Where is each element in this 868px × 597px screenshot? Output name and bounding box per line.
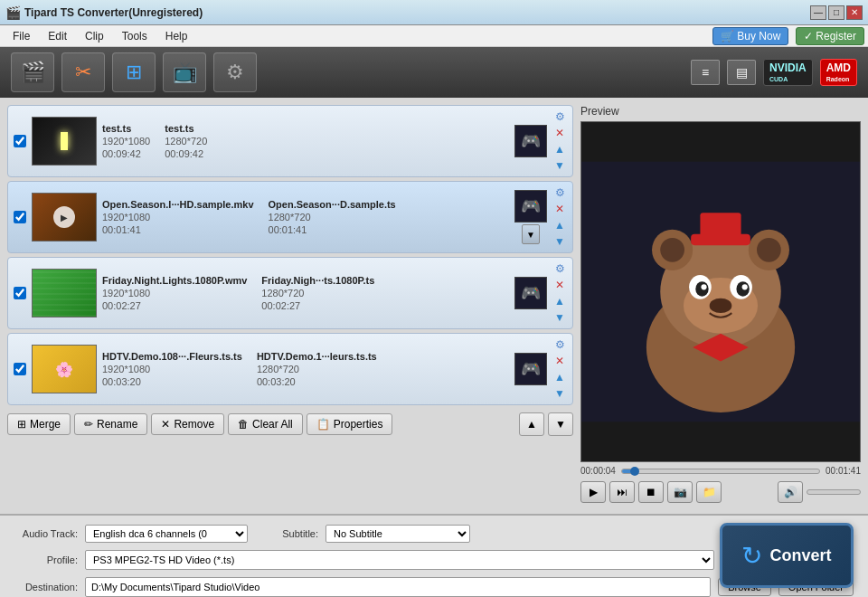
profile-select[interactable]: PS3 MPEG2-TS HD Video (*.ts) (85, 550, 714, 570)
svg-point-14 (710, 298, 732, 313)
merge-files-button[interactable]: ⊞ Merge (7, 413, 71, 435)
audio-track-label: Audio Track: (14, 528, 78, 539)
gear-icon: ⚙ (226, 61, 244, 84)
volume-icon[interactable]: 🔊 (778, 481, 803, 503)
remove-icon: ✕ (161, 418, 170, 431)
file-settings-button[interactable]: ⚙ (552, 185, 567, 200)
output-icon: 📺 (173, 61, 197, 84)
subtitle-select[interactable]: No Subtitle (326, 525, 470, 543)
total-time: 00:01:41 (826, 466, 861, 476)
preview-area: Preview (580, 105, 861, 507)
list-view-button[interactable]: ≡ (691, 60, 720, 85)
audio-track-select[interactable]: English dca 6 channels (0 (85, 525, 248, 543)
file-device: 🎮 (514, 190, 547, 223)
bottom-settings: Audio Track: English dca 6 channels (0 S… (0, 514, 868, 597)
convert-label: Convert (769, 546, 831, 565)
file-out-name: HDTV.Demo.1···leurs.ts.ts (257, 351, 377, 362)
preview-image (581, 122, 860, 461)
file-actions: ⚙ ✕ ▲ ▼ (552, 109, 567, 173)
file-move-up-button[interactable]: ▲ (552, 370, 567, 384)
merge-button[interactable]: ⊞ (112, 52, 156, 92)
volume-slider[interactable] (807, 489, 861, 495)
edit-icon: ✂ (75, 61, 91, 84)
play-button[interactable]: ▶ (580, 481, 606, 503)
order-controls: ▲ ▼ (519, 412, 573, 436)
file-move-down-button[interactable]: ▼ (552, 234, 567, 249)
file-info: Open.Season.I···HD.sample.mkv 1920*1080 … (102, 199, 509, 235)
file-remove-button[interactable]: ✕ (552, 278, 567, 292)
grid-view-button[interactable]: ▤ (727, 60, 756, 85)
folder-button[interactable]: 📁 (696, 481, 722, 503)
file-item: ▶ Open.Season.I···HD.sample.mkv 1920*108… (7, 181, 573, 253)
cuda-badge: NVIDIA CUDA (763, 59, 813, 86)
buy-now-button[interactable]: 🛒 Buy Now (712, 27, 788, 45)
menu-file[interactable]: File (4, 28, 39, 44)
file-out-name: Friday.Nigh···ts.1080P.ts (261, 275, 374, 286)
device-dropdown[interactable]: ▼ (522, 224, 540, 244)
timeline-scrubber[interactable] (621, 469, 820, 474)
file-out-resolution: 1280*720 (165, 136, 207, 147)
convert-button[interactable]: ↻ Convert (720, 523, 854, 588)
title-bar: 🎬 Tipard TS Converter(Unregistered) — □ … (0, 0, 868, 25)
device-select-area: 🎮 ▼ (514, 190, 547, 244)
register-button[interactable]: ✓ Register (796, 27, 864, 45)
file-settings-button[interactable]: ⚙ (552, 261, 567, 276)
timeline-handle[interactable] (630, 467, 639, 476)
preview-screen (580, 121, 861, 462)
menu-help[interactable]: Help (156, 28, 197, 44)
preview-timeline: 00:00:04 00:01:41 (580, 466, 861, 476)
file-out-resolution: 1280*720 (257, 364, 377, 374)
file-remove-button[interactable]: ✕ (552, 354, 567, 368)
close-button[interactable]: ✕ (846, 5, 863, 20)
file-duration: 00:01:41 (102, 224, 254, 235)
file-resolution: 1920*1080 (102, 136, 150, 147)
output-button[interactable]: 📺 (163, 52, 206, 92)
next-frame-button[interactable]: ⏭ (609, 481, 635, 503)
add-video-button[interactable]: 🎬 (11, 52, 54, 92)
maximize-button[interactable]: □ (828, 5, 844, 20)
edit-clip-button[interactable]: ✂ (61, 52, 105, 92)
file-actions: ⚙ ✕ ▲ ▼ (552, 185, 567, 249)
check-icon: ✓ (804, 30, 813, 43)
properties-button[interactable]: 📋 Properties (307, 413, 393, 435)
add-video-icon: 🎬 (21, 61, 45, 84)
file-info: test.ts 1920*1080 00:09:42 test.ts 1280*… (102, 123, 509, 159)
preview-controls: 00:00:04 00:01:41 ▶ ⏭ ⏹ 📷 📁 🔊 (580, 462, 861, 507)
move-down-button[interactable]: ▼ (548, 412, 573, 436)
file-list-buttons: ⊞ Merge ✏ Rename ✕ Remove 🗑 Clear All 📋 … (7, 409, 573, 440)
menu-tools[interactable]: Tools (113, 28, 156, 44)
file-remove-button[interactable]: ✕ (552, 202, 567, 216)
file-device: 🎮 (514, 353, 547, 385)
clear-all-button[interactable]: 🗑 Clear All (228, 413, 303, 435)
file-settings-button[interactable]: ⚙ (552, 337, 567, 352)
file-move-down-button[interactable]: ▼ (552, 310, 567, 325)
file-move-up-button[interactable]: ▲ (552, 218, 567, 232)
stop-button[interactable]: ⏹ (638, 481, 664, 503)
remove-button[interactable]: ✕ Remove (151, 413, 224, 435)
file-remove-button[interactable]: ✕ (552, 126, 567, 140)
minimize-button[interactable]: — (810, 5, 826, 20)
settings-button[interactable]: ⚙ (213, 52, 257, 92)
file-settings-button[interactable]: ⚙ (552, 109, 567, 124)
move-up-button[interactable]: ▲ (519, 412, 544, 436)
file-move-up-button[interactable]: ▲ (552, 142, 567, 156)
menu-clip[interactable]: Clip (76, 28, 113, 44)
file-checkbox[interactable] (14, 363, 26, 375)
preview-label: Preview (580, 105, 861, 118)
destination-input[interactable] (85, 577, 711, 597)
file-checkbox[interactable] (14, 211, 26, 223)
camera-button[interactable]: 📷 (667, 481, 693, 503)
file-item: test.ts 1920*1080 00:09:42 test.ts 1280*… (7, 105, 573, 177)
amd-badge: AMD Radeon (820, 59, 857, 86)
file-checkbox[interactable] (14, 287, 26, 299)
file-name: Friday.Night.Lights.1080P.wmv (102, 275, 247, 286)
file-out-name: Open.Season···D.sample.ts (269, 199, 396, 210)
menu-edit[interactable]: Edit (39, 28, 76, 44)
volume-area: 🔊 (778, 481, 861, 503)
file-move-down-button[interactable]: ▼ (552, 158, 567, 173)
window-title: Tipard TS Converter(Unregistered) (24, 6, 810, 19)
rename-button[interactable]: ✏ Rename (74, 413, 147, 435)
file-move-up-button[interactable]: ▲ (552, 294, 567, 308)
file-checkbox[interactable] (14, 135, 26, 147)
file-move-down-button[interactable]: ▼ (552, 386, 567, 401)
